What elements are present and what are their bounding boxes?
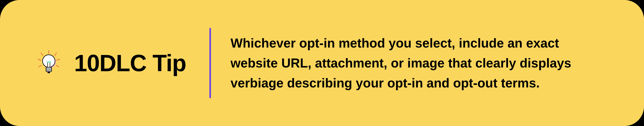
- svg-line-5: [39, 65, 41, 67]
- tip-body: Whichever opt-in method you select, incl…: [230, 33, 609, 93]
- lightbulb-icon: [35, 49, 62, 77]
- svg-line-3: [38, 59, 41, 60]
- svg-line-2: [55, 53, 56, 56]
- tip-header: 10DLC Tip: [35, 49, 186, 77]
- svg-rect-11: [46, 67, 52, 72]
- svg-line-4: [56, 59, 60, 60]
- svg-line-6: [56, 65, 59, 67]
- svg-line-1: [41, 53, 43, 56]
- svg-rect-14: [48, 72, 50, 73]
- tip-title: 10DLC Tip: [74, 50, 186, 76]
- divider: [210, 28, 211, 98]
- tip-card: 10DLC Tip Whichever opt-in method you se…: [0, 0, 644, 126]
